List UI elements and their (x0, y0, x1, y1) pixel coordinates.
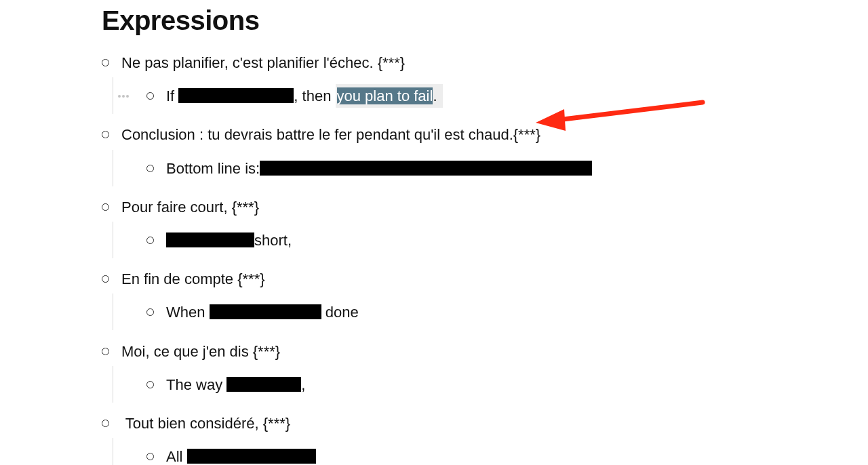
more-handle-icon[interactable] (118, 95, 129, 98)
en-mid: , then (294, 87, 335, 104)
redaction (178, 88, 294, 103)
tree-guide-line (113, 222, 113, 258)
en-pre: Bottom line is: (166, 160, 260, 177)
en-pre: The way (166, 376, 226, 393)
item-en-text: Bottom line is: (166, 157, 592, 180)
bullet-icon (146, 453, 154, 460)
tree-guide-line (113, 294, 113, 330)
outline-item-en[interactable]: short, (146, 226, 868, 255)
item-fr-text: Conclusion : tu devrais battre le fer pe… (121, 123, 540, 146)
outline-container: Ne pas planifier, c'est planifier l'éche… (102, 48, 868, 465)
outline-item-fr[interactable]: Tout bien considéré, {***} (102, 409, 868, 438)
item-fr-text: Moi, ce que j'en dis {***} (121, 340, 280, 363)
item-en-text: All (166, 445, 316, 465)
outline-item-fr[interactable]: Moi, ce que j'en dis {***} (102, 337, 868, 366)
bullet-icon (102, 420, 109, 427)
bullet-icon (146, 92, 154, 100)
item-fr-text: Tout bien considéré, {***} (121, 411, 290, 435)
outline-item-fr[interactable]: Conclusion : tu devrais battre le fer pe… (102, 120, 868, 149)
outline-item-fr[interactable]: En fin de compte {***} (102, 264, 868, 294)
outline-item-fr[interactable]: Ne pas planifier, c'est planifier l'éche… (102, 48, 868, 77)
item-en-text: The way , (166, 373, 305, 397)
outline-item-en[interactable]: The way , (146, 370, 868, 399)
tree-guide-line (113, 77, 113, 114)
highlight-container: you plan to fail. (336, 84, 443, 108)
redaction (226, 377, 301, 392)
bullet-icon (102, 131, 109, 138)
bullet-icon (146, 165, 154, 172)
bullet-icon (146, 381, 154, 388)
bullet-icon (102, 275, 109, 283)
bullet-icon (146, 308, 154, 316)
redaction (187, 449, 316, 464)
item-fr-text: En fin de compte {***} (121, 267, 265, 291)
bullet-icon (102, 59, 109, 66)
redaction (210, 304, 321, 319)
en-mid: , (301, 376, 305, 393)
item-en-text: short, (166, 228, 292, 252)
en-pre: If (166, 87, 178, 104)
tree-guide-line (113, 366, 113, 403)
en-pre: When (166, 304, 210, 321)
item-fr-text: Ne pas planifier, c'est planifier l'éche… (121, 51, 405, 75)
bullet-icon (102, 203, 109, 211)
page-title: Expressions (102, 5, 868, 36)
en-mid: short, (254, 232, 292, 249)
outline-item-en[interactable]: Bottom line is: (146, 154, 868, 183)
en-pre: All (166, 448, 187, 465)
item-fr-text: Pour faire court, {***} (121, 195, 259, 219)
outline-item-en[interactable]: All (146, 442, 868, 465)
item-en-text: When done (166, 300, 359, 324)
outline-item-en[interactable]: If , then you plan to fail. (146, 81, 868, 110)
outline-item-fr[interactable]: Pour faire court, {***} (102, 193, 868, 222)
outline-item-en[interactable]: When done (146, 298, 868, 327)
tree-guide-line (113, 150, 113, 186)
bullet-icon (146, 237, 154, 244)
selected-text[interactable]: you plan to fail (337, 87, 433, 104)
redaction (166, 232, 254, 247)
item-en-text: If , then you plan to fail. (166, 84, 443, 108)
redaction (260, 161, 592, 176)
en-mid: done (321, 304, 359, 321)
bullet-icon (102, 348, 109, 355)
tree-guide-line (113, 438, 113, 465)
